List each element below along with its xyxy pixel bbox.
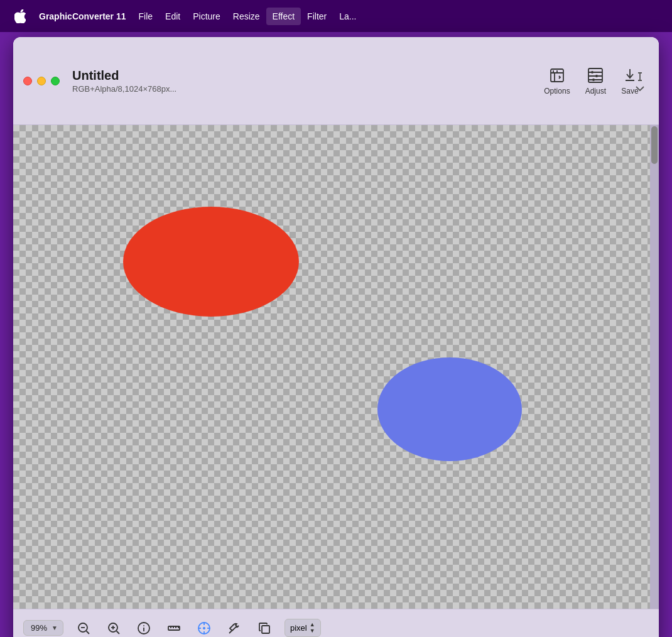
svg-line-34 bbox=[229, 631, 232, 633]
canvas-area[interactable] bbox=[13, 125, 659, 609]
minimize-button[interactable] bbox=[37, 77, 46, 85]
svg-point-11 bbox=[592, 79, 595, 81]
copy-button[interactable] bbox=[254, 618, 274, 638]
zoom-display[interactable]: 99% ▼ bbox=[23, 620, 63, 636]
close-button[interactable] bbox=[23, 77, 32, 85]
svg-line-19 bbox=[116, 631, 119, 634]
svg-point-10 bbox=[595, 75, 598, 77]
app-name: GraphicConverter 11 bbox=[33, 8, 133, 25]
traffic-lights bbox=[23, 77, 60, 85]
main-window: Untitled RGB+Alpha/8,1024×768px... Optio… bbox=[13, 37, 659, 637]
adjust-button[interactable]: Adjust bbox=[585, 67, 606, 95]
unit-stepper[interactable]: ▲ ▼ bbox=[310, 622, 315, 634]
ruler-button[interactable] bbox=[164, 618, 184, 638]
menu-picture[interactable]: Picture bbox=[187, 8, 227, 25]
toolbar: Options Adjust S bbox=[544, 67, 639, 95]
file-meta: RGB+Alpha/8,1024×768px... bbox=[72, 84, 544, 94]
right-scrollbar[interactable] bbox=[650, 125, 659, 609]
adjust-label: Adjust bbox=[585, 87, 606, 95]
maximize-button[interactable] bbox=[51, 77, 60, 85]
menubar: GraphicConverter 11 File Edit Picture Re… bbox=[0, 0, 672, 32]
file-title: Untitled bbox=[72, 68, 544, 83]
zoom-in-button[interactable] bbox=[104, 618, 124, 638]
checkerboard-background bbox=[13, 125, 659, 609]
menu-effect[interactable]: Effect bbox=[266, 8, 301, 25]
zoom-value: 99% bbox=[29, 623, 49, 633]
zoom-out-button[interactable] bbox=[73, 618, 94, 638]
menu-edit[interactable]: Edit bbox=[159, 8, 187, 25]
red-ellipse bbox=[123, 207, 299, 317]
options-button[interactable]: Options bbox=[544, 67, 570, 95]
info-button[interactable] bbox=[134, 618, 154, 638]
options-label: Options bbox=[544, 87, 570, 95]
unit-up-icon: ▲ bbox=[310, 622, 315, 628]
canvas-viewport bbox=[13, 125, 659, 609]
svg-point-33 bbox=[203, 627, 205, 629]
bottombar: 99% ▼ bbox=[13, 609, 659, 637]
titlebar: Untitled RGB+Alpha/8,1024×768px... Optio… bbox=[13, 37, 659, 125]
navigate-button[interactable] bbox=[194, 618, 214, 638]
zoom-dropdown-icon: ▼ bbox=[51, 624, 58, 631]
apple-logo[interactable] bbox=[8, 9, 33, 23]
svg-line-15 bbox=[86, 631, 89, 634]
settings-button[interactable] bbox=[224, 618, 244, 638]
menu-filter[interactable]: Filter bbox=[301, 8, 333, 25]
svg-rect-35 bbox=[262, 626, 269, 633]
menu-resize[interactable]: Resize bbox=[227, 8, 266, 25]
menu-file[interactable]: File bbox=[133, 8, 160, 25]
svg-point-22 bbox=[143, 625, 144, 626]
unit-selector[interactable]: pixel ▲ ▼ bbox=[285, 619, 321, 637]
file-info: Untitled RGB+Alpha/8,1024×768px... bbox=[72, 68, 544, 94]
menu-la[interactable]: La... bbox=[333, 8, 362, 25]
svg-point-9 bbox=[591, 71, 593, 74]
blue-ellipse bbox=[377, 357, 522, 461]
scrollbar-thumb[interactable] bbox=[651, 126, 658, 164]
expand-button[interactable] bbox=[631, 67, 649, 95]
unit-down-icon: ▼ bbox=[310, 628, 315, 634]
unit-value: pixel bbox=[290, 623, 307, 633]
